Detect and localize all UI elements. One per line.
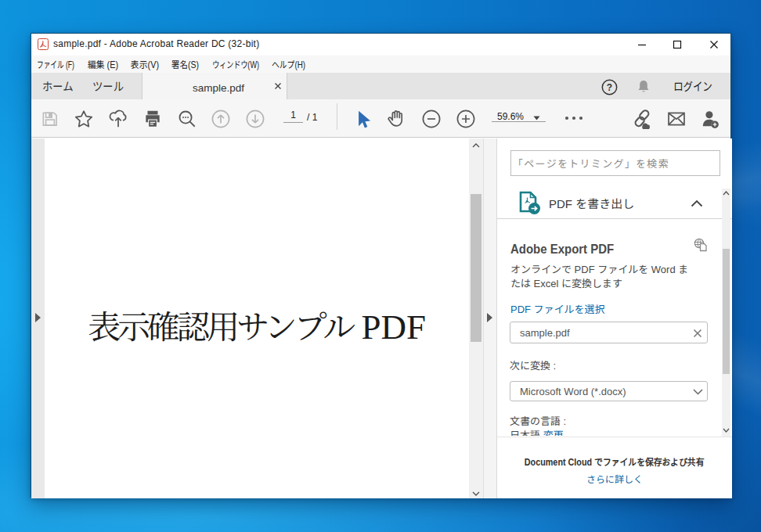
svg-text:?: ? xyxy=(607,82,612,93)
